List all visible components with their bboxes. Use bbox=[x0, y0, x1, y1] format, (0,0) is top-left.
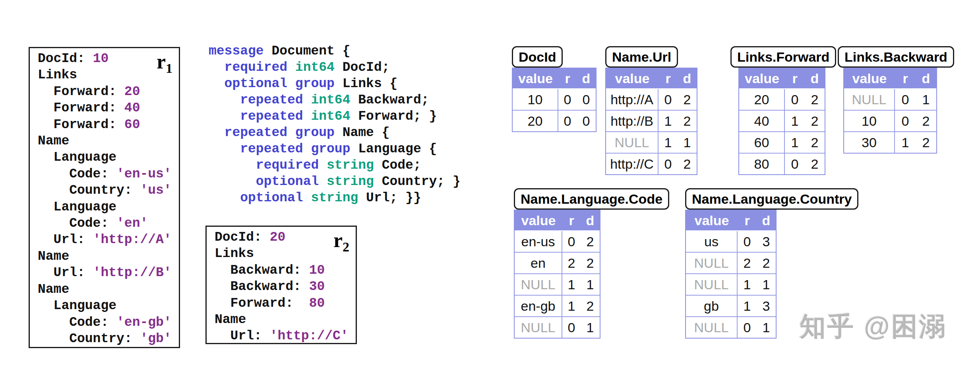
table-cell: 1 bbox=[581, 317, 600, 338]
table-cell: 1 bbox=[785, 132, 805, 153]
code-line: message Document { bbox=[209, 43, 461, 59]
code-line: repeated int64 Backward; bbox=[209, 92, 461, 108]
code-line: Url: 'http://A' bbox=[38, 232, 179, 248]
table-row: http://A02 bbox=[606, 89, 697, 110]
table-header-row: valuerd bbox=[844, 68, 936, 89]
table-title: Links.Forward bbox=[730, 46, 836, 68]
table-cell: http://B bbox=[606, 111, 658, 131]
table-cell: 0 bbox=[558, 111, 577, 131]
table-cell: 1 bbox=[658, 132, 678, 153]
table-header-cell: r bbox=[895, 71, 916, 86]
table-header-cell: d bbox=[581, 213, 600, 228]
table-cell: 1 bbox=[658, 111, 678, 131]
code-line: optional group Links { bbox=[209, 76, 461, 92]
code-line: Language bbox=[38, 149, 179, 166]
record-box-r1: r1 DocId: 10Links Forward: 20 Forward: 4… bbox=[29, 47, 180, 348]
table-cell: 0 bbox=[562, 231, 581, 252]
table-cell: 2 bbox=[678, 89, 697, 110]
table-header-cell: value bbox=[515, 213, 562, 228]
table-cell: 2 bbox=[805, 154, 825, 174]
table-cell: 2 bbox=[916, 132, 936, 153]
code-line: Url: 'http://B' bbox=[38, 265, 179, 281]
table-row: 1002 bbox=[844, 110, 936, 131]
table-row: en22 bbox=[515, 252, 600, 273]
code-line: Name bbox=[38, 248, 179, 265]
table-header-cell: value bbox=[606, 71, 658, 86]
code-line: Name bbox=[215, 312, 356, 328]
code-line: Name bbox=[38, 133, 179, 149]
table-header-cell: r bbox=[738, 213, 757, 228]
table-cell: gb bbox=[686, 296, 738, 316]
table-cell: 1 bbox=[581, 274, 600, 295]
table-cell: 3 bbox=[757, 296, 776, 316]
table-header-cell: value bbox=[844, 71, 895, 86]
code-line: Country: 'us' bbox=[38, 182, 179, 199]
table-row: 4012 bbox=[739, 110, 825, 131]
table-cell: 2 bbox=[562, 253, 581, 273]
table-cell: 10 bbox=[513, 89, 558, 110]
code-line: Forward: 20 bbox=[38, 84, 179, 100]
code-line: Url: 'http://C' bbox=[215, 328, 356, 344]
table-cell: NULL bbox=[515, 274, 562, 295]
table-grid: valuerdus03NULL22NULL11gb13NULL01 bbox=[685, 210, 777, 339]
column-table-links-backward: Links.BackwardvaluerdNULL0110023012 bbox=[843, 46, 954, 154]
table-cell: NULL bbox=[686, 274, 738, 295]
record-label-r2: r2 bbox=[333, 230, 349, 251]
table-cell: 1 bbox=[757, 274, 776, 295]
code-line: Backward: 10 bbox=[215, 262, 356, 278]
table-cell: 2 bbox=[581, 253, 600, 273]
code-line: repeated int64 Forward; } bbox=[209, 108, 461, 125]
table-grid: valuerden-us02en22NULL11en-gb12NULL01 bbox=[514, 210, 600, 339]
table-cell: 0 bbox=[785, 89, 805, 110]
table-cell: 1 bbox=[757, 317, 776, 338]
table-row: NULL01 bbox=[844, 89, 936, 110]
table-cell: 1 bbox=[738, 296, 757, 316]
schema-code: message Document { required int64 DocId;… bbox=[209, 43, 461, 206]
table-cell: 60 bbox=[739, 132, 785, 153]
table-cell: 3 bbox=[757, 231, 776, 252]
table-cell: 1 bbox=[785, 111, 805, 131]
table-header-row: valuerd bbox=[686, 210, 776, 231]
code-line: Language bbox=[38, 199, 179, 215]
table-cell: 2 bbox=[738, 253, 757, 273]
table-grid: valuerd2002401260128002 bbox=[738, 68, 825, 175]
record-label-r1: r1 bbox=[157, 51, 172, 72]
table-cell: 2 bbox=[805, 111, 825, 131]
code-line: repeated group Language { bbox=[209, 141, 461, 157]
code-line: optional string Url; }} bbox=[209, 190, 461, 206]
table-cell: us bbox=[686, 231, 738, 252]
table-cell: 1 bbox=[916, 89, 936, 110]
code-line: Code: 'en-gb' bbox=[38, 314, 179, 331]
table-row: 6012 bbox=[739, 131, 825, 153]
code-line: Forward: 60 bbox=[38, 117, 179, 133]
table-cell: NULL bbox=[606, 132, 658, 153]
table-row: http://C02 bbox=[606, 153, 697, 174]
column-table-docid: DocIdvaluerd10002000 bbox=[512, 46, 597, 132]
table-cell: 0 bbox=[738, 317, 757, 338]
table-grid: valuerdNULL0110023012 bbox=[843, 68, 937, 154]
table-cell: 0 bbox=[658, 154, 678, 174]
table-cell: 1 bbox=[895, 132, 916, 153]
table-cell: 0 bbox=[895, 111, 916, 131]
table-header-cell: d bbox=[916, 71, 936, 86]
table-header-row: valuerd bbox=[515, 210, 600, 231]
table-row: 1000 bbox=[513, 89, 596, 110]
table-title: Name.Url bbox=[605, 46, 678, 68]
table-cell: NULL bbox=[844, 89, 895, 110]
table-header-cell: value bbox=[686, 213, 738, 228]
table-header-cell: value bbox=[513, 71, 558, 86]
code-line: required int64 DocId; bbox=[209, 59, 461, 76]
table-title: Name.Language.Country bbox=[685, 188, 858, 210]
table-cell: NULL bbox=[515, 317, 562, 338]
dremel-record-shredding-figure: r1 DocId: 10Links Forward: 20 Forward: 4… bbox=[0, 0, 980, 370]
table-header-row: valuerd bbox=[513, 68, 596, 89]
table-row: NULL11 bbox=[606, 131, 697, 153]
table-cell: 1 bbox=[562, 274, 581, 295]
table-cell: 20 bbox=[739, 89, 785, 110]
table-cell: en bbox=[515, 253, 562, 273]
table-title: Name.Language.Code bbox=[514, 188, 669, 210]
table-cell: 0 bbox=[738, 231, 757, 252]
table-title: DocId bbox=[512, 46, 563, 68]
table-cell: 2 bbox=[805, 89, 825, 110]
table-header-cell: r bbox=[658, 71, 678, 86]
